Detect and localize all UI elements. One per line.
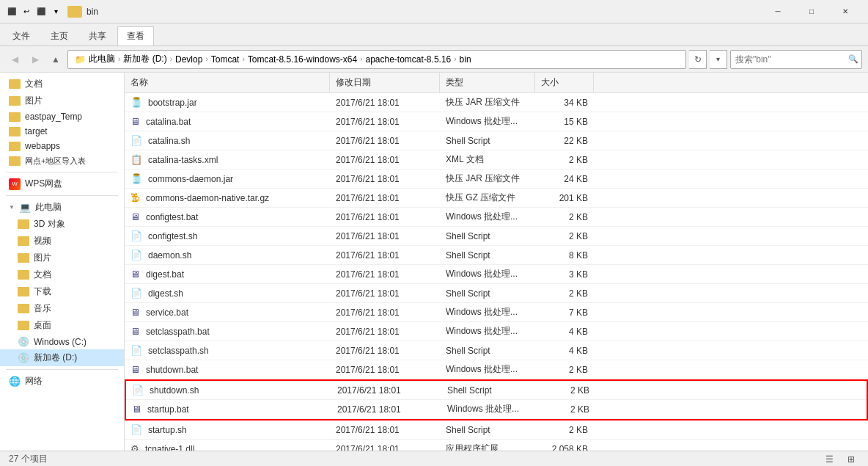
- path-segment-bin[interactable]: bin: [460, 54, 471, 65]
- sidebar-item-downloads[interactable]: 下载: [0, 283, 124, 300]
- sidebar-item-network[interactable]: 🌐 网络: [0, 373, 124, 390]
- table-row[interactable]: 📄catalina.sh2017/6/21 18:01Shell Script2…: [125, 131, 868, 150]
- file-size-cell: 4 KB: [535, 322, 594, 341]
- sidebar-item-pics[interactable]: 图片: [0, 250, 124, 266]
- col-header-type[interactable]: 类型: [440, 73, 535, 92]
- table-row[interactable]: 🖥catalina.bat2017/6/21 18:01Windows 批处理.…: [125, 112, 868, 131]
- view-large-icon-button[interactable]: ⊞: [843, 453, 859, 466]
- sidebar-item-webapps[interactable]: webapps: [0, 139, 124, 153]
- table-row[interactable]: 📄shutdown.sh2017/6/21 18:01Shell Script2…: [126, 381, 867, 400]
- table-row[interactable]: 🖥shutdown.bat2017/6/21 18:01Windows 批处理.…: [125, 360, 868, 379]
- file-size-cell: 201 KB: [535, 189, 594, 207]
- table-row[interactable]: 🖥digest.bat2017/6/21 18:01Windows 批处理...…: [125, 265, 868, 284]
- file-name-cell: 🖥service.bat: [125, 303, 330, 321]
- col-header-date[interactable]: 修改日期: [330, 73, 440, 92]
- table-row[interactable]: 📋catalina-tasks.xml2017/6/21 18:01XML 文档…: [125, 150, 868, 170]
- maximize-button[interactable]: □: [795, 0, 828, 23]
- file-name: daemon.sh: [148, 250, 191, 261]
- sidebar-item-network-points[interactable]: 网点+地区导入表: [0, 153, 124, 169]
- path-segment-devlop[interactable]: Devlop: [175, 54, 202, 65]
- file-type-icon: 📄: [130, 250, 142, 261]
- file-type-icon: 🖥: [130, 364, 140, 375]
- up-button[interactable]: ▲: [47, 51, 65, 68]
- sidebar-item-d-drive[interactable]: 💿 新加卷 (D:): [0, 349, 124, 366]
- quick-access-icon[interactable]: ⬛: [6, 6, 18, 18]
- tab-share[interactable]: 共享: [79, 26, 116, 45]
- search-input[interactable]: [735, 54, 845, 65]
- sidebar-item-documents[interactable]: 文档: [0, 76, 124, 92]
- table-row[interactable]: 📄startup.sh2017/6/21 18:01Shell Script2 …: [125, 421, 868, 440]
- refresh-button[interactable]: ↻: [689, 50, 707, 69]
- file-size-cell: 22 KB: [535, 131, 594, 150]
- tab-view[interactable]: 查看: [117, 26, 154, 45]
- file-list-header: 名称 修改日期 类型 大小: [125, 73, 868, 93]
- file-name-cell: 📄shutdown.sh: [126, 381, 331, 399]
- minimize-button[interactable]: ─: [761, 0, 795, 23]
- file-name: tcnative-1.dll: [145, 444, 194, 451]
- back-button[interactable]: ◀: [6, 51, 23, 68]
- sidebar-item-3d[interactable]: 3D 对象: [0, 216, 124, 233]
- path-segment-apache[interactable]: apache-tomcat-8.5.16: [366, 54, 452, 65]
- file-size-cell: 2 KB: [537, 400, 595, 418]
- file-size-cell: 24 KB: [535, 170, 594, 188]
- file-type-cell: Shell Script: [441, 381, 537, 399]
- sidebar-item-wps[interactable]: W WPS网盘: [0, 175, 124, 192]
- table-row[interactable]: 📄daemon.sh2017/6/21 18:01Shell Script8 K…: [125, 246, 868, 265]
- table-row[interactable]: 🖥service.bat2017/6/21 18:01Windows 批处理..…: [125, 303, 868, 322]
- file-type-icon: 📄: [132, 385, 144, 396]
- tab-file[interactable]: 文件: [3, 26, 40, 45]
- folder-icon: [18, 304, 29, 313]
- file-type-icon: 🫙: [130, 173, 142, 184]
- search-box[interactable]: 🔍: [730, 50, 862, 69]
- path-segment-tomcat-version[interactable]: Tomcat-8.5.16-windows-x64: [248, 54, 357, 65]
- sidebar-label: 3D 对象: [34, 218, 65, 230]
- path-segment-tomcat[interactable]: Tomcat: [211, 54, 240, 65]
- chevron-icon-4: ›: [242, 55, 244, 63]
- sidebar-item-c-drive[interactable]: 💿 Windows (C:): [0, 334, 124, 349]
- table-row[interactable]: 📄setclasspath.sh2017/6/21 18:01Shell Scr…: [125, 341, 868, 360]
- table-row[interactable]: 📄configtest.sh2017/6/21 18:01Shell Scrip…: [125, 227, 868, 246]
- folder-icon: [9, 142, 21, 151]
- file-name-cell: 🖥setclasspath.bat: [125, 322, 330, 341]
- table-row[interactable]: 🖥setclasspath.bat2017/6/21 18:01Windows …: [125, 322, 868, 341]
- file-name-cell: 📄startup.sh: [125, 421, 330, 439]
- file-size-cell: 34 KB: [535, 93, 594, 112]
- table-row[interactable]: 🖥configtest.bat2017/6/21 18:01Windows 批处…: [125, 208, 868, 227]
- folder-icon: [18, 287, 29, 296]
- table-row[interactable]: 🖥startup.bat2017/6/21 18:01Windows 批处理..…: [126, 400, 867, 419]
- forward-button[interactable]: ▶: [26, 51, 44, 68]
- col-header-size[interactable]: 大小: [535, 73, 594, 92]
- sidebar-item-this-pc[interactable]: 💻 此电脑: [0, 199, 124, 216]
- chevron-icon-1: ›: [118, 55, 120, 63]
- tab-home[interactable]: 主页: [41, 26, 78, 45]
- file-size-cell: 2 KB: [535, 150, 594, 169]
- sidebar-item-pictures[interactable]: 图片: [0, 92, 124, 109]
- quick-undo-icon[interactable]: ↩: [21, 6, 32, 18]
- table-row[interactable]: 📄digest.sh2017/6/21 18:01Shell Script2 K…: [125, 284, 868, 303]
- table-row[interactable]: 🫙bootstrap.jar2017/6/21 18:01快压 JAR 压缩文件…: [125, 93, 868, 112]
- chevron-icon-5: ›: [360, 55, 362, 63]
- sidebar-item-desktop[interactable]: 桌面: [0, 317, 124, 334]
- sidebar-item-music[interactable]: 音乐: [0, 300, 124, 317]
- address-dropdown-button[interactable]: ▾: [710, 50, 727, 69]
- table-row[interactable]: 🗜commons-daemon-native.tar.gz2017/6/21 1…: [125, 189, 868, 208]
- sidebar-item-eastpay[interactable]: eastpay_Temp: [0, 109, 124, 124]
- quick-dropdown-icon[interactable]: ▾: [50, 6, 62, 18]
- table-row[interactable]: 🫙commons-daemon.jar2017/6/21 18:01快压 JAR…: [125, 170, 868, 189]
- col-header-name[interactable]: 名称: [125, 73, 330, 92]
- path-segment-drive[interactable]: 新加卷 (D:): [123, 53, 166, 65]
- path-segment-computer[interactable]: 此电脑: [89, 53, 115, 65]
- address-path[interactable]: 📁 此电脑 › 新加卷 (D:) › Devlop › Tomcat › Tom…: [67, 50, 686, 69]
- close-button[interactable]: ✕: [828, 0, 862, 23]
- file-date-cell: 2017/6/21 18:01: [331, 400, 441, 418]
- sidebar-item-target[interactable]: target: [0, 124, 124, 139]
- sidebar-item-video[interactable]: 视频: [0, 233, 124, 250]
- table-row[interactable]: ⚙tcnative-1.dll2017/6/21 18:01应用程序扩展2,05…: [125, 440, 868, 451]
- sidebar-label: 桌面: [34, 319, 51, 332]
- file-date-cell: 2017/6/21 18:01: [330, 303, 440, 321]
- quick-pin-icon[interactable]: ⬛: [35, 6, 47, 18]
- sidebar-item-docs[interactable]: 文档: [0, 266, 124, 283]
- file-date-cell: 2017/6/21 18:01: [330, 322, 440, 341]
- view-details-button[interactable]: ☰: [821, 453, 837, 466]
- folder-icon: [18, 253, 29, 263]
